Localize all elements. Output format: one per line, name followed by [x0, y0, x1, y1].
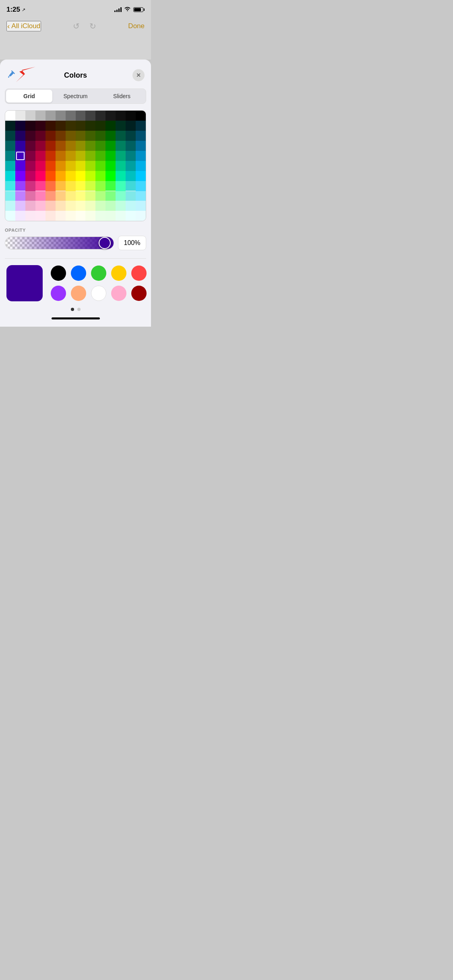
color-cell[interactable]: [46, 131, 56, 141]
color-cell[interactable]: [15, 121, 25, 131]
undo-button[interactable]: ↺: [73, 21, 80, 31]
color-cell[interactable]: [95, 181, 105, 191]
color-cell[interactable]: [116, 151, 126, 161]
color-cell[interactable]: [56, 161, 66, 171]
color-cell[interactable]: [85, 161, 95, 171]
color-cell[interactable]: [116, 161, 126, 171]
color-cell[interactable]: [126, 211, 136, 221]
color-cell[interactable]: [85, 151, 95, 161]
color-cell[interactable]: [95, 111, 105, 121]
color-cell[interactable]: [15, 151, 25, 161]
tab-grid[interactable]: Grid: [6, 90, 52, 103]
color-cell[interactable]: [76, 161, 86, 171]
color-cell[interactable]: [25, 121, 35, 131]
color-cell[interactable]: [5, 211, 15, 221]
color-cell[interactable]: [35, 151, 46, 161]
color-cell[interactable]: [85, 111, 95, 121]
color-cell[interactable]: [56, 111, 66, 121]
color-cell[interactable]: [56, 201, 66, 211]
color-cell[interactable]: [95, 211, 105, 221]
color-cell[interactable]: [56, 171, 66, 181]
color-cell[interactable]: [95, 131, 105, 141]
color-cell[interactable]: [105, 191, 116, 201]
color-cell[interactable]: [25, 211, 35, 221]
color-cell[interactable]: [116, 111, 126, 121]
color-cell[interactable]: [126, 111, 136, 121]
color-cell[interactable]: [66, 191, 76, 201]
color-cell[interactable]: [15, 161, 25, 171]
color-cell[interactable]: [105, 181, 116, 191]
color-cell[interactable]: [105, 161, 116, 171]
color-cell[interactable]: [25, 181, 35, 191]
color-cell[interactable]: [76, 111, 86, 121]
color-cell[interactable]: [136, 121, 146, 131]
color-cell[interactable]: [105, 131, 116, 141]
done-button[interactable]: Done: [128, 22, 145, 30]
close-button[interactable]: ✕: [132, 69, 145, 81]
color-swatch-peach[interactable]: [71, 286, 86, 301]
color-cell[interactable]: [136, 111, 146, 121]
color-cell[interactable]: [116, 211, 126, 221]
tab-sliders[interactable]: Sliders: [99, 90, 145, 103]
color-swatch-blue[interactable]: [71, 266, 86, 281]
color-cell[interactable]: [46, 181, 56, 191]
color-swatch-darkred[interactable]: [131, 286, 147, 301]
color-cell[interactable]: [95, 121, 105, 131]
opacity-slider[interactable]: [5, 236, 114, 250]
color-cell[interactable]: [105, 201, 116, 211]
color-cell[interactable]: [46, 201, 56, 211]
color-cell[interactable]: [66, 141, 76, 151]
color-cell[interactable]: [66, 121, 76, 131]
color-cell[interactable]: [136, 171, 146, 181]
color-cell[interactable]: [46, 111, 56, 121]
color-cell[interactable]: [46, 121, 56, 131]
color-cell[interactable]: [85, 181, 95, 191]
color-swatch-purple[interactable]: [51, 286, 66, 301]
color-cell[interactable]: [15, 191, 25, 201]
color-cell[interactable]: [126, 161, 136, 171]
color-cell[interactable]: [35, 211, 46, 221]
color-cell[interactable]: [56, 211, 66, 221]
color-cell[interactable]: [136, 161, 146, 171]
color-cell[interactable]: [5, 151, 15, 161]
color-cell[interactable]: [5, 131, 15, 141]
color-cell[interactable]: [95, 161, 105, 171]
color-cell[interactable]: [76, 191, 86, 201]
color-cell[interactable]: [15, 141, 25, 151]
color-cell[interactable]: [66, 111, 76, 121]
selected-color-swatch[interactable]: [6, 265, 43, 301]
color-swatch-black[interactable]: [51, 266, 66, 281]
color-cell[interactable]: [56, 181, 66, 191]
color-cell[interactable]: [85, 171, 95, 181]
color-cell[interactable]: [126, 131, 136, 141]
color-cell[interactable]: [85, 191, 95, 201]
color-cell[interactable]: [5, 141, 15, 151]
color-cell[interactable]: [25, 171, 35, 181]
color-swatch-pink[interactable]: [111, 286, 126, 301]
color-cell[interactable]: [116, 181, 126, 191]
color-cell[interactable]: [126, 151, 136, 161]
color-cell[interactable]: [35, 141, 46, 151]
color-cell[interactable]: [105, 171, 116, 181]
color-cell[interactable]: [35, 181, 46, 191]
color-cell[interactable]: [66, 211, 76, 221]
color-cell[interactable]: [126, 181, 136, 191]
color-cell[interactable]: [25, 161, 35, 171]
color-cell[interactable]: [66, 161, 76, 171]
color-cell[interactable]: [15, 171, 25, 181]
color-cell[interactable]: [66, 201, 76, 211]
color-cell[interactable]: [116, 141, 126, 151]
color-cell[interactable]: [46, 161, 56, 171]
color-cell[interactable]: [105, 111, 116, 121]
color-cell[interactable]: [66, 131, 76, 141]
redo-button[interactable]: ↻: [89, 21, 96, 31]
eyedropper-icon[interactable]: [6, 70, 15, 81]
color-cell[interactable]: [35, 201, 46, 211]
color-cell[interactable]: [5, 191, 15, 201]
color-cell[interactable]: [46, 151, 56, 161]
color-cell[interactable]: [95, 141, 105, 151]
color-cell[interactable]: [116, 171, 126, 181]
color-cell[interactable]: [5, 171, 15, 181]
back-button[interactable]: ‹ All iCloud: [6, 21, 41, 31]
color-cell[interactable]: [105, 151, 116, 161]
